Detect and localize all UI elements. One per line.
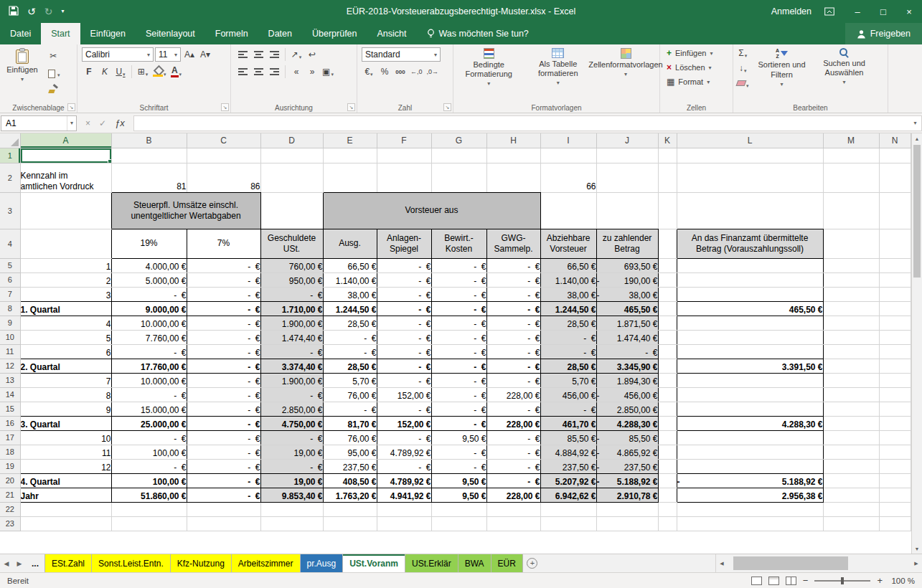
cell-G14[interactable]: - € bbox=[431, 387, 486, 402]
cell-D13[interactable]: 1.900,00 € bbox=[260, 373, 323, 387]
cell-E14[interactable]: 76,00 € bbox=[323, 387, 377, 402]
cell-I19[interactable]: 237,50 € bbox=[540, 459, 596, 473]
cell-D18[interactable]: 19,00 € bbox=[260, 445, 323, 459]
sheet-tab-Sonst.Leist.Entn.[interactable]: Sonst.Leist.Entn. bbox=[92, 554, 171, 572]
column-header-I[interactable]: I bbox=[540, 133, 596, 148]
cell-M5[interactable] bbox=[823, 258, 879, 272]
new-sheet-button[interactable]: + bbox=[523, 554, 542, 572]
cell-G23[interactable] bbox=[431, 516, 486, 531]
cell-K23[interactable] bbox=[658, 516, 677, 531]
cell-N9[interactable] bbox=[879, 316, 911, 330]
cell-J6[interactable]: -190,00 € bbox=[596, 272, 658, 287]
font-color-button[interactable]: A▾ bbox=[169, 65, 184, 79]
row-header-9[interactable]: 9 bbox=[0, 316, 20, 330]
ribbon-tab-ansicht[interactable]: Ansicht bbox=[367, 23, 417, 44]
cell-E17[interactable]: 76,00 € bbox=[323, 430, 377, 445]
name-box-dropdown[interactable]: ▾ bbox=[67, 116, 76, 131]
insert-function-button[interactable]: ƒx bbox=[115, 118, 125, 128]
cell-L2[interactable] bbox=[677, 163, 823, 192]
wrap-text-button[interactable]: ↩ bbox=[305, 47, 319, 62]
cell-G1[interactable] bbox=[431, 148, 486, 163]
cell-C4[interactable]: 7% bbox=[187, 229, 260, 258]
fill-button[interactable]: ↓▾ bbox=[735, 61, 751, 75]
zoom-level[interactable]: 100 % bbox=[889, 577, 915, 585]
vertical-scroll-track[interactable] bbox=[912, 143, 922, 544]
row-header-20[interactable]: 20 bbox=[0, 473, 20, 488]
cell-F20[interactable]: 4.789,92 € bbox=[377, 473, 431, 488]
cell-H9[interactable]: - € bbox=[486, 316, 540, 330]
cell-B1[interactable] bbox=[111, 148, 187, 163]
cell-H21[interactable]: 228,00 € bbox=[486, 488, 540, 502]
cell-G13[interactable]: - € bbox=[431, 373, 486, 387]
cell-J21[interactable]: 2.910,78 € bbox=[596, 488, 658, 502]
cell-J11[interactable]: - € bbox=[596, 344, 658, 359]
row-header-19[interactable]: 19 bbox=[0, 459, 20, 473]
cell-C9[interactable]: - € bbox=[187, 316, 260, 330]
cell-D2[interactable] bbox=[260, 163, 323, 192]
ribbon-tab-formeln[interactable]: Formeln bbox=[205, 23, 258, 44]
row-header-15[interactable]: 15 bbox=[0, 402, 20, 416]
sheet-tab-Kfz-Nutzung[interactable]: Kfz-Nutzung bbox=[171, 554, 232, 572]
cell-N5[interactable] bbox=[879, 258, 911, 272]
column-header-F[interactable]: F bbox=[377, 133, 431, 148]
cell-G12[interactable]: - € bbox=[431, 359, 486, 373]
cell-N21[interactable] bbox=[879, 488, 911, 502]
scroll-right-button[interactable]: ▶ bbox=[911, 554, 922, 572]
row-header-21[interactable]: 21 bbox=[0, 488, 20, 502]
undo-button[interactable]: ↺ bbox=[27, 6, 36, 16]
clipboard-dialog-launcher[interactable]: ↘ bbox=[67, 103, 75, 111]
cell-styles-button[interactable]: Zellenformatvorlagen ▾ bbox=[594, 46, 657, 87]
cell-N11[interactable] bbox=[879, 344, 911, 359]
row-header-7[interactable]: 7 bbox=[0, 287, 20, 301]
scroll-up-button[interactable]: ▲ bbox=[912, 133, 922, 143]
column-header-B[interactable]: B bbox=[111, 133, 187, 148]
cell-J12[interactable]: 3.345,90 € bbox=[596, 359, 658, 373]
insert-cells-button[interactable]: +Einfügen▾ bbox=[662, 46, 730, 60]
align-center-button[interactable] bbox=[251, 65, 265, 79]
cell-D10[interactable]: 1.474,40 € bbox=[260, 330, 323, 344]
cell-G10[interactable]: - € bbox=[431, 330, 486, 344]
cell-H22[interactable] bbox=[486, 502, 540, 516]
cell-H13[interactable]: - € bbox=[486, 373, 540, 387]
row-header-18[interactable]: 18 bbox=[0, 445, 20, 459]
cell-H15[interactable]: - € bbox=[486, 402, 540, 416]
cell-C18[interactable]: - € bbox=[187, 445, 260, 459]
cell-I13[interactable]: 5,70 € bbox=[540, 373, 596, 387]
cell-I10[interactable]: - € bbox=[540, 330, 596, 344]
column-header-G[interactable]: G bbox=[431, 133, 486, 148]
cell-F2[interactable] bbox=[377, 163, 431, 192]
cell-K16[interactable] bbox=[658, 416, 677, 430]
cell-B19[interactable]: - € bbox=[111, 459, 187, 473]
cell-C6[interactable]: - € bbox=[187, 272, 260, 287]
cell-G17[interactable]: 9,50 € bbox=[431, 430, 486, 445]
cell-J3[interactable] bbox=[596, 192, 658, 229]
cell-F8[interactable]: - € bbox=[377, 301, 431, 316]
cell-C19[interactable]: - € bbox=[187, 459, 260, 473]
column-header-A[interactable]: A bbox=[20, 133, 111, 148]
cell-F11[interactable]: - € bbox=[377, 344, 431, 359]
cell-H20[interactable]: - € bbox=[486, 473, 540, 488]
cell-L15[interactable] bbox=[677, 402, 823, 416]
cell-M15[interactable] bbox=[823, 402, 879, 416]
cell-B17[interactable]: - € bbox=[111, 430, 187, 445]
align-top-button[interactable] bbox=[235, 47, 250, 62]
decrease-decimal-button[interactable]: ,0→ bbox=[425, 65, 441, 79]
cell-A2[interactable]: Kennzahl im amtlichen Vordruck bbox=[20, 163, 111, 192]
clear-button[interactable]: ▾ bbox=[735, 76, 751, 90]
cell-I9[interactable]: 28,50 € bbox=[540, 316, 596, 330]
cell-D23[interactable] bbox=[260, 516, 323, 531]
cell-B13[interactable]: 10.000,00 € bbox=[111, 373, 187, 387]
cell-E3[interactable]: Vorsteuer aus bbox=[323, 192, 540, 229]
cell-C14[interactable]: - € bbox=[187, 387, 260, 402]
cut-button[interactable]: ✂ bbox=[45, 49, 62, 63]
cell-B2[interactable]: 81 bbox=[111, 163, 187, 192]
fill-color-button[interactable]: ▾ bbox=[151, 65, 168, 79]
accounting-format-button[interactable]: €▾ bbox=[362, 65, 376, 79]
font-size-select[interactable]: 11▾ bbox=[155, 47, 181, 62]
cell-A1[interactable] bbox=[20, 148, 111, 163]
column-header-C[interactable]: C bbox=[187, 133, 260, 148]
cell-E12[interactable]: 28,50 € bbox=[323, 359, 377, 373]
cell-A7[interactable]: 3 bbox=[20, 287, 111, 301]
column-header-H[interactable]: H bbox=[486, 133, 540, 148]
cell-K13[interactable] bbox=[658, 373, 677, 387]
